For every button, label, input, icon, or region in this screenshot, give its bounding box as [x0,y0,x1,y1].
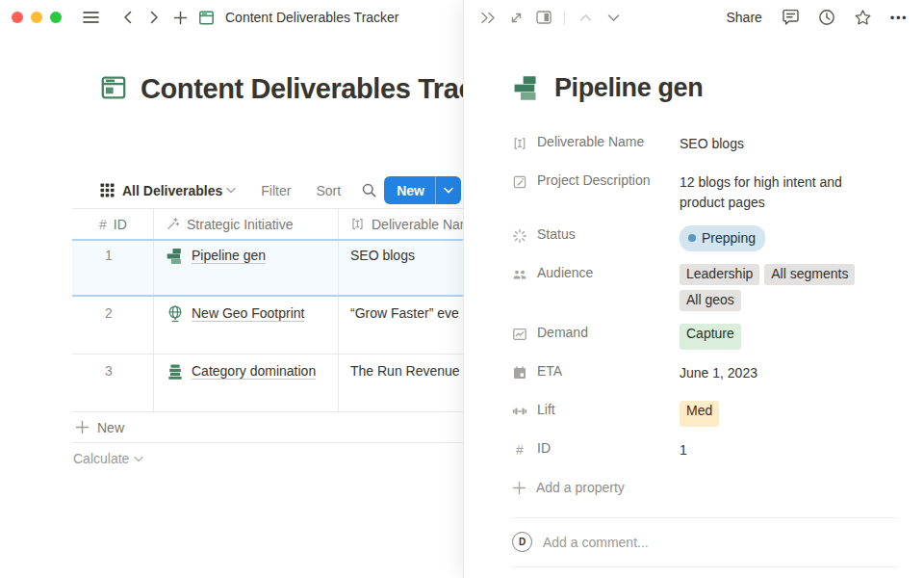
filter-button[interactable]: Filter [261,183,291,198]
property-value[interactable]: 12 blogs for high intent and product pag… [680,167,882,213]
cell-id[interactable]: 3 [72,355,154,411]
table-row-1[interactable]: 1 Pipeline gen SEO blogs [72,239,463,297]
close-peek-icon[interactable] [477,7,499,28]
tag-pill[interactable]: Med [680,401,719,427]
property-label[interactable]: Status [512,221,680,251]
avatar: D [512,532,532,552]
window-topbar: Content Deliverables Tracker [0,0,463,35]
bar-chart-icon[interactable] [512,73,542,103]
cell-id[interactable]: 1 [72,241,154,295]
property-label-text: ETA [537,363,562,379]
cell-initiative[interactable]: Category domination [154,355,339,411]
share-button[interactable]: Share [726,10,761,25]
property-label-text: Status [537,226,576,242]
page-link[interactable]: Pipeline gen [166,248,338,266]
cell-initiative[interactable]: New Geo Footprint [154,297,339,354]
property-value[interactable]: Leadership All segments All geos [680,259,882,311]
peek-actions: ••• [782,9,908,26]
property-label[interactable]: Deliverable Name [512,128,680,159]
new-tab-plus-icon[interactable] [168,6,192,29]
close-window-button[interactable] [12,12,23,23]
title-icon [350,217,365,231]
property-label[interactable]: ETA [512,357,680,388]
favorite-star-icon[interactable] [854,9,872,26]
previous-record-icon[interactable] [575,7,596,28]
open-full-page-icon[interactable] [505,7,526,28]
property-id: # ID 1 [512,434,897,465]
main-pane: Content Deliverables Tracker Content Del… [0,0,463,578]
bar-chart-icon [166,247,185,266]
table-row-3[interactable]: 3 Category domination The Run Revenue S [72,355,463,412]
property-label[interactable]: Lift [512,396,680,427]
minimize-window-button[interactable] [31,12,42,23]
new-record-button[interactable]: New [384,176,461,204]
property-value[interactable]: Capture [680,319,882,350]
page-header: Content Deliverables Tracker [100,73,463,105]
cell-text: SEO blogs [350,248,415,263]
property-label[interactable]: Audience [512,259,680,311]
column-header-initiative[interactable]: Strategic Initiative [154,209,339,239]
side-peek-mode-icon[interactable] [533,7,554,28]
property-value[interactable]: Med [680,396,882,427]
comment-input[interactable]: Add a comment... [543,535,897,550]
property-value[interactable]: SEO blogs [680,128,882,159]
zoom-window-button[interactable] [50,12,62,23]
peek-topbar: Share ••• [464,0,924,35]
column-label: Strategic Initiative [187,217,294,232]
table-row-2[interactable]: 2 New Geo Footprint “Grow Faster” eve [72,297,463,355]
view-selector[interactable]: All Deliverables [122,183,236,198]
cell-initiative[interactable]: Pipeline gen [154,241,339,295]
property-value[interactable]: Prepping [680,221,882,251]
status-dot [688,234,696,242]
property-label[interactable]: # ID [512,434,680,465]
search-icon[interactable] [362,183,376,197]
history-clock-icon[interactable] [818,9,835,26]
sidebar-menu-icon[interactable] [79,6,102,29]
next-record-icon[interactable] [603,7,624,28]
view-toolbar: All Deliverables Filter Sort ••• New [100,172,463,208]
add-row-button[interactable]: New [72,412,463,443]
breadcrumb-page-title[interactable]: Content Deliverables Tracker [225,10,399,25]
back-icon[interactable] [116,6,140,29]
cell-id[interactable]: 2 [72,297,154,354]
page-title[interactable]: Content Deliverables Tracker [141,73,463,105]
property-label[interactable]: Project Description [512,167,680,213]
column-header-id[interactable]: # ID [72,209,154,239]
dumbbell-icon [512,404,527,419]
column-header-deliverable[interactable]: Deliverable Name [339,209,463,239]
people-icon [512,267,527,282]
view-name: All Deliverables [122,183,222,198]
new-dropdown-icon[interactable] [436,176,461,204]
property-deliverable-name: Deliverable Name SEO blogs [512,128,897,159]
tag-pill[interactable]: Capture [680,324,741,350]
tag-pill[interactable]: Leadership [680,264,759,285]
comments-icon[interactable] [782,9,800,26]
peek-more-options-icon[interactable]: ••• [890,11,908,25]
tag-pill[interactable]: All geos [680,290,741,311]
sort-button[interactable]: Sort [316,183,341,198]
property-label-text: Lift [537,402,555,417]
cell-deliverable[interactable]: “Grow Faster” eve [339,297,463,354]
page-link[interactable]: New Geo Footprint [166,305,338,324]
property-demand: Demand Capture [512,319,897,350]
status-pill[interactable]: Prepping [680,225,765,251]
property-value[interactable]: June 1, 2023 [680,357,882,388]
page-link-title: Category domination [192,363,316,379]
tag-pill[interactable]: All segments [764,264,855,285]
hash-icon: # [512,442,527,458]
calculate-button[interactable]: Calculate [72,443,463,474]
peek-page-title[interactable]: Pipeline gen [554,73,703,103]
cell-deliverable[interactable]: The Run Revenue S [339,355,463,411]
property-value[interactable]: 1 [680,434,882,465]
status-text: Prepping [702,228,756,249]
notion-window: Content Deliverables Tracker Content Del… [0,0,924,578]
page-link[interactable]: Category domination [166,363,338,381]
property-label[interactable]: Demand [512,319,680,350]
property-lift: Lift Med [512,396,897,427]
cell-deliverable[interactable]: SEO blogs [339,241,463,295]
page-table-icon-large[interactable] [100,74,127,105]
forward-icon[interactable] [142,6,166,29]
property-project-description: Project Description 12 blogs for high in… [512,167,897,213]
hash-icon: # [99,217,107,232]
add-property-button[interactable]: Add a property [512,473,897,502]
